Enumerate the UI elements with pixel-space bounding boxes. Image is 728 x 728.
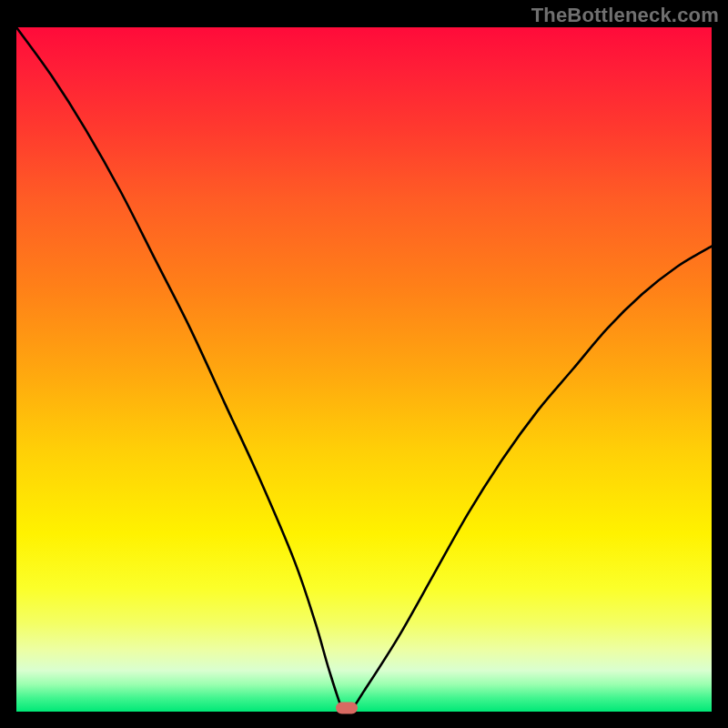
curve-path bbox=[16, 27, 712, 715]
watermark-text: TheBottleneck.com bbox=[531, 4, 719, 27]
plot-area bbox=[16, 27, 712, 712]
bottleneck-curve bbox=[16, 27, 712, 712]
minimum-marker bbox=[336, 703, 358, 714]
chart-frame: TheBottleneck.com bbox=[0, 0, 728, 728]
